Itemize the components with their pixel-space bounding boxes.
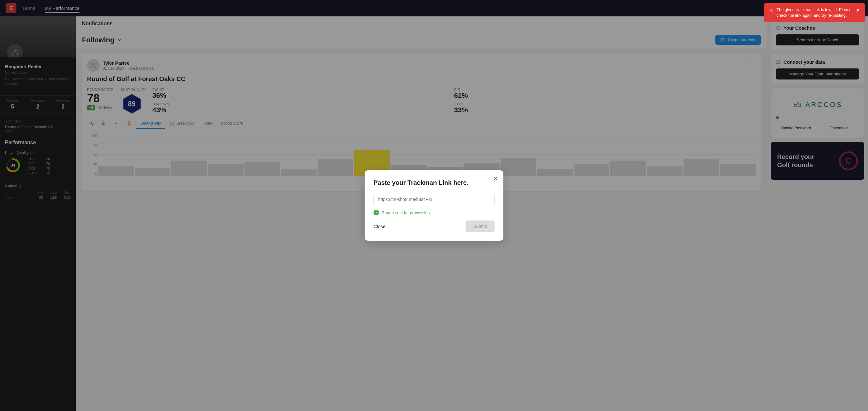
trackman-modal: Paste your Trackman Link here. ✕ ✓ Repor… (365, 170, 503, 241)
modal-overlay[interactable]: Paste your Trackman Link here. ✕ ✓ Repor… (0, 0, 868, 411)
modal-actions: Close Submit (373, 220, 495, 232)
toast-message: The given trackman link is invalid. Plea… (777, 7, 852, 18)
success-check-icon: ✓ (373, 210, 379, 215)
error-toast: ⚠ The given trackman link is invalid. Pl… (764, 3, 865, 22)
success-message: ✓ Report sent for processing (373, 210, 495, 215)
trackman-link-input[interactable] (373, 193, 495, 206)
modal-submit-button[interactable]: Submit (466, 220, 495, 232)
toast-warning-icon: ⚠ (769, 7, 773, 14)
toast-close-icon[interactable]: ✕ (856, 7, 860, 14)
modal-close-x-button[interactable]: ✕ (493, 176, 498, 182)
modal-title: Paste your Trackman Link here. (373, 179, 495, 186)
modal-close-button[interactable]: Close (373, 224, 385, 229)
